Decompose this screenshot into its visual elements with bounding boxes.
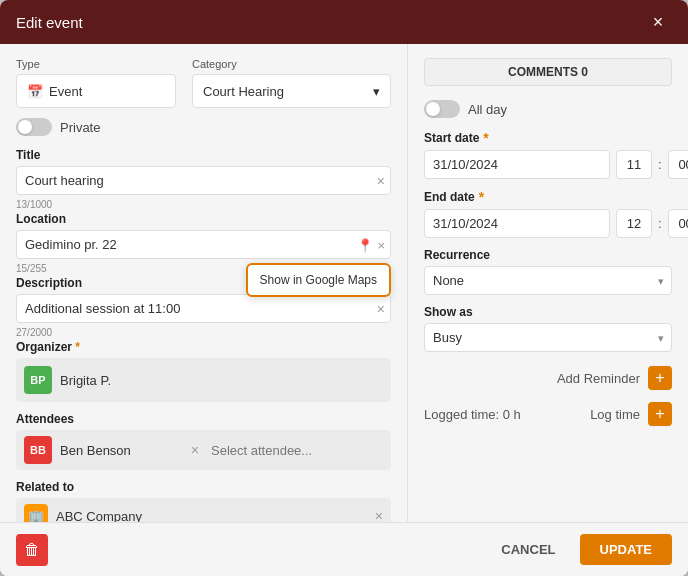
show-as-label: Show as [424, 305, 672, 319]
attendees-label: Attendees [16, 412, 391, 426]
cancel-button[interactable]: CANCEL [487, 534, 569, 565]
attendee-initials: BB [30, 444, 46, 456]
location-clear-button[interactable]: × [377, 237, 385, 252]
type-group: Type 📅 Event [16, 58, 176, 108]
related-name: ABC Company [56, 509, 367, 523]
map-pin-icon[interactable]: 📍 [357, 237, 373, 252]
title-input[interactable] [16, 166, 391, 195]
organizer-avatar: BP [24, 366, 52, 394]
modal-header: Edit event × [0, 0, 688, 44]
attendees-section: Attendees BB Ben Benson × [16, 412, 391, 470]
modal-title: Edit event [16, 14, 83, 31]
start-date-input[interactable] [424, 150, 610, 179]
recurrence-select-wrap: None ▾ [424, 266, 672, 295]
all-day-toggle-knob [426, 102, 440, 116]
description-input[interactable] [16, 294, 391, 323]
update-button[interactable]: UPDATE [580, 534, 672, 565]
add-reminder-row: Add Reminder + [424, 366, 672, 390]
private-toggle[interactable] [16, 118, 52, 136]
description-char-count: 27/2000 [16, 327, 391, 338]
private-row: Private [16, 118, 391, 136]
show-maps-label: Show in Google Maps [260, 273, 377, 287]
location-input[interactable] [16, 230, 391, 259]
calendar-icon: 📅 [27, 84, 43, 99]
recurrence-label: Recurrence [424, 248, 672, 262]
modal-body: Type 📅 Event Category Court Hearing ▾ [0, 44, 688, 522]
start-min-input[interactable] [668, 150, 688, 179]
description-field-wrap: × [16, 294, 391, 323]
modal-footer: 🗑 CANCEL UPDATE [0, 522, 688, 576]
attendee-name: Ben Benson [60, 443, 183, 458]
comments-button[interactable]: COMMENTS 0 [424, 58, 672, 86]
log-time-button[interactable]: + [648, 402, 672, 426]
all-day-label: All day [468, 102, 507, 117]
organizer-row: BP Brigita P. [16, 358, 391, 402]
start-date-field: Start date * : [424, 130, 672, 179]
close-button[interactable]: × [644, 8, 672, 36]
start-hour-input[interactable] [616, 150, 652, 179]
show-as-section: Show as Busy ▾ [424, 305, 672, 352]
toggle-knob [18, 120, 32, 134]
end-min-input[interactable] [668, 209, 688, 238]
show-maps-popup[interactable]: Show in Google Maps [246, 263, 391, 297]
attendee-remove-button[interactable]: × [191, 442, 199, 458]
log-time-row: Log time + [590, 402, 672, 426]
category-group: Category Court Hearing ▾ [192, 58, 391, 108]
location-label: Location [16, 212, 391, 226]
show-as-select[interactable]: Busy [424, 323, 672, 352]
recurrence-select[interactable]: None [424, 266, 672, 295]
category-value: Court Hearing [203, 84, 284, 99]
logged-time-label: Logged time: 0 h [424, 407, 521, 422]
time-separator: : [658, 157, 662, 172]
end-hour-input[interactable] [616, 209, 652, 238]
attendee-avatar: BB [24, 436, 52, 464]
related-row: 🏢 ABC Company × [16, 498, 391, 522]
delete-button[interactable]: 🗑 [16, 534, 48, 566]
organizer-name: Brigita P. [60, 373, 111, 388]
location-actions: 📍 × [357, 237, 385, 252]
start-date-label: Start date * [424, 130, 672, 146]
end-date-field: End date * : [424, 189, 672, 238]
title-field-wrap: × [16, 166, 391, 195]
attendee-search-input[interactable] [207, 439, 383, 462]
private-label: Private [60, 120, 100, 135]
related-avatar: 🏢 [24, 504, 48, 522]
title-char-count: 13/1000 [16, 199, 391, 210]
end-date-input[interactable] [424, 209, 610, 238]
title-clear-button[interactable]: × [377, 173, 385, 189]
type-value: Event [49, 84, 82, 99]
related-remove-button[interactable]: × [375, 508, 383, 522]
end-date-label: End date * [424, 189, 672, 205]
logged-time-row: Logged time: 0 h Log time + [424, 402, 672, 426]
recurrence-section: Recurrence None ▾ [424, 248, 672, 295]
attendee-row: BB Ben Benson × [16, 430, 391, 470]
chevron-down-icon: ▾ [373, 84, 380, 99]
organizer-section-label: Organizer * [16, 340, 391, 354]
title-label: Title [16, 148, 391, 162]
location-field-wrap: 📍 × [16, 230, 391, 259]
organizer-initials: BP [30, 374, 45, 386]
show-as-select-wrap: Busy ▾ [424, 323, 672, 352]
end-date-time-row: : [424, 209, 672, 238]
time-separator-end: : [658, 216, 662, 231]
description-clear-button[interactable]: × [377, 301, 385, 317]
add-reminder-label: Add Reminder [557, 371, 640, 386]
footer-right: CANCEL UPDATE [487, 534, 672, 565]
add-reminder-button[interactable]: + [648, 366, 672, 390]
start-date-time-row: : [424, 150, 672, 179]
category-select[interactable]: Court Hearing ▾ [192, 74, 391, 108]
type-select[interactable]: 📅 Event [16, 74, 176, 108]
right-panel: COMMENTS 0 All day Start date * : [408, 44, 688, 522]
left-panel: Type 📅 Event Category Court Hearing ▾ [0, 44, 408, 522]
related-label: Related to [16, 480, 391, 494]
all-day-toggle[interactable] [424, 100, 460, 118]
all-day-row: All day [424, 100, 672, 118]
log-time-label: Log time [590, 407, 640, 422]
location-container: 📍 × Show in Google Maps [16, 230, 391, 259]
category-label: Category [192, 58, 391, 70]
edit-event-modal: Edit event × Type 📅 Event Category Court… [0, 0, 688, 576]
type-category-row: Type 📅 Event Category Court Hearing ▾ [16, 58, 391, 108]
type-label: Type [16, 58, 176, 70]
